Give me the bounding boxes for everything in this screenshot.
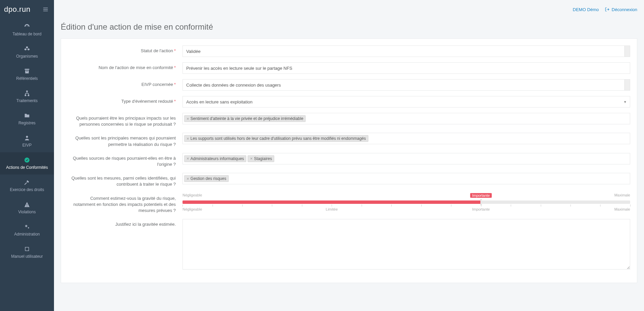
page-title: Édition d'une action de mise en conformi…	[61, 22, 637, 32]
sidebar-item-dashboard[interactable]: Tableau de bord	[0, 19, 54, 41]
row-measures: Quelles sont les mesures, parmi celles i…	[68, 173, 630, 187]
sidebar-item-violations[interactable]: Violations	[0, 197, 54, 219]
tag-remove[interactable]: ×	[187, 136, 189, 141]
nav-label: Administration	[14, 232, 40, 237]
user-icon	[24, 135, 30, 141]
tag-remove[interactable]: ×	[250, 156, 253, 161]
folder-icon	[24, 113, 30, 119]
severity-slider[interactable]: Négligeable Maximale Importante	[183, 193, 630, 213]
user-link[interactable]: DEMO Démo	[573, 7, 599, 12]
slider-value-badge: Importante	[470, 193, 492, 198]
label-status: Statut de l'action*	[68, 45, 183, 54]
label-severity: Comment estimez-vous la gravité du risqu…	[68, 193, 183, 214]
menu-toggle-button[interactable]	[41, 5, 50, 14]
row-status: Statut de l'action* Validée	[68, 45, 630, 57]
logout-link[interactable]: Déconnexion	[605, 7, 637, 12]
sidebar-item-actions-conformites[interactable]: Actions de Conformités	[0, 152, 54, 175]
nav-label: Manuel utilisateur	[11, 254, 43, 259]
row-severity: Comment estimez-vous la gravité du risqu…	[68, 193, 630, 214]
main: DEMO Démo Déconnexion Édition d'une acti…	[54, 0, 644, 311]
sources-tag-input[interactable]: ×Administrateurs informatiques ×Stagiair…	[183, 153, 630, 164]
nav-label: Tableau de bord	[12, 32, 41, 36]
slider-track[interactable]	[183, 200, 630, 204]
svg-rect-4	[25, 95, 26, 96]
nav-label: Registres	[19, 121, 36, 125]
form-panel: Statut de l'action* Validée Nom de l'act…	[61, 38, 637, 283]
tag-remove[interactable]: ×	[187, 117, 189, 121]
sidebar-item-referentiels[interactable]: Référentiels	[0, 63, 54, 86]
warning-icon	[24, 201, 30, 208]
sidebar-brand: dpo.run	[0, 0, 54, 19]
row-justify: Justifiez ici la gravitée estimée.	[68, 219, 630, 271]
tag-remove[interactable]: ×	[187, 177, 189, 181]
hamburger-icon	[43, 6, 49, 12]
sidebar-item-organismes[interactable]: Organismes	[0, 41, 54, 63]
sidebar-nav: Tableau de bord Organismes Référentiels …	[0, 19, 54, 263]
svg-rect-3	[27, 91, 28, 92]
svg-point-6	[26, 136, 28, 138]
sidebar-item-traitements[interactable]: Traitements	[0, 86, 54, 108]
tag-remove[interactable]: ×	[187, 156, 189, 161]
cubes-icon	[24, 46, 30, 52]
slider-fill	[183, 200, 481, 204]
sidebar-item-manuel[interactable]: Manuel utilisateur	[0, 241, 54, 263]
page-header: Édition d'une action de mise en conformi…	[54, 19, 644, 38]
archive-icon	[24, 68, 30, 74]
label-justify: Justifiez ici la gravitée estimée.	[68, 219, 183, 227]
svg-point-9	[28, 227, 29, 228]
label-measures: Quelles sont les mesures, parmi celles i…	[68, 173, 183, 187]
event-type-select[interactable]: Accès en lecture sans exploitation	[183, 96, 630, 107]
sidebar: dpo.run Tableau de bord Organismes Référ…	[0, 0, 54, 311]
tag: ×Administrateurs informatiques	[184, 155, 246, 162]
measures-tag-input[interactable]: ×Gestion des risques	[183, 173, 630, 184]
label-name: Nom de l'action de mise en conformité*	[68, 62, 183, 71]
status-select[interactable]: Validée	[183, 45, 630, 57]
slider-bottom-labels: Négligeable Limitée Importante Maximale	[183, 207, 630, 213]
row-event-type: Type d'événement redouté* Accès en lectu…	[68, 96, 630, 107]
name-input[interactable]	[183, 62, 630, 74]
eivp-select[interactable]: Collecte des données de connexion des us…	[183, 79, 630, 91]
nav-label: Exercice des droits	[10, 187, 44, 192]
nav-label: Traitements	[17, 98, 38, 103]
label-impacts: Quels pourraient être les principaux imp…	[68, 113, 183, 127]
brand-logo: dpo.run	[4, 5, 30, 14]
label-threats: Quelles sont les principales menaces qui…	[68, 133, 183, 147]
content: Statut de l'action* Validée Nom de l'act…	[54, 38, 644, 311]
event-type-value: Accès en lecture sans exploitation	[186, 99, 253, 104]
justify-textarea[interactable]	[183, 219, 630, 270]
nav-label: Référentiels	[16, 76, 38, 81]
sitemap-icon	[24, 90, 30, 96]
logout-label: Déconnexion	[612, 7, 637, 12]
nav-label: Violations	[18, 210, 36, 214]
row-eivp: EIVP concernée* Collecte des données de …	[68, 79, 630, 91]
dashboard-icon	[24, 24, 30, 30]
tag: ×Les supports sont utilisés hors de leur…	[184, 135, 368, 142]
check-circle-icon	[24, 157, 30, 163]
nav-label: EIVP	[22, 143, 31, 148]
slider-max-label: Maximale	[614, 193, 630, 197]
tag: ×Stagiaires	[248, 155, 274, 162]
row-impacts: Quels pourraient être les principaux imp…	[68, 113, 630, 127]
sidebar-item-exercice-droits[interactable]: Exercice des droits	[0, 175, 54, 197]
nav-label: Organismes	[16, 54, 38, 59]
label-sources: Quelles sources de risques pourraient-el…	[68, 153, 183, 167]
impacts-tag-input[interactable]: ×Sentiment d'atteinte à la vie privée et…	[183, 113, 630, 124]
label-eivp: EIVP concernée*	[68, 79, 183, 88]
logout-icon	[605, 7, 610, 12]
book-icon	[24, 246, 30, 252]
svg-rect-5	[28, 95, 29, 96]
sidebar-item-administration[interactable]: Administration	[0, 219, 54, 241]
tag: ×Sentiment d'atteinte à la vie privée et…	[184, 115, 306, 122]
row-sources: Quelles sources de risques pourraient-el…	[68, 153, 630, 167]
topbar: DEMO Démo Déconnexion	[54, 0, 644, 19]
slider-ticks	[183, 205, 630, 207]
label-event-type: Type d'événement redouté*	[68, 96, 183, 104]
cogs-icon	[24, 224, 30, 230]
row-threats: Quelles sont les principales menaces qui…	[68, 133, 630, 147]
sidebar-item-eivp[interactable]: EIVP	[0, 130, 54, 152]
sidebar-item-registres[interactable]: Registres	[0, 108, 54, 130]
threats-tag-input[interactable]: ×Les supports sont utilisés hors de leur…	[183, 133, 630, 144]
slider-min-label: Négligeable	[183, 193, 202, 197]
gavel-icon	[24, 179, 30, 185]
row-name: Nom de l'action de mise en conformité*	[68, 62, 630, 74]
